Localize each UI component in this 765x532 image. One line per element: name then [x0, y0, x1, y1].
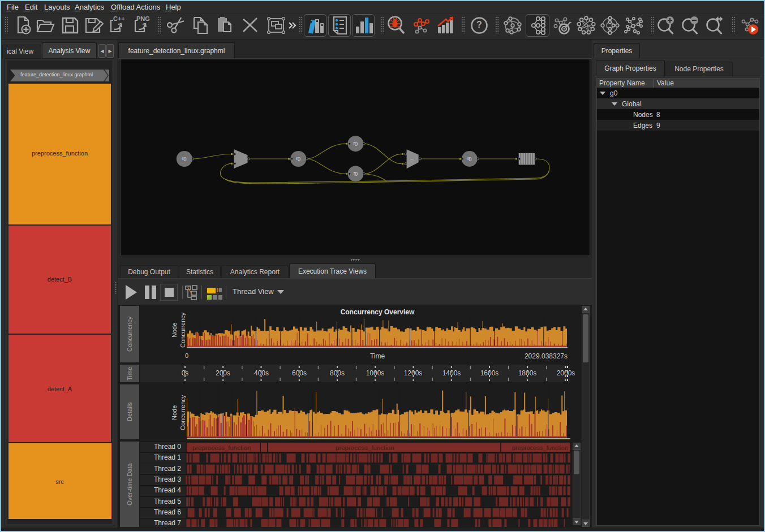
svg-text:preprocess_function: preprocess_function: [336, 444, 394, 451]
svg-text:preprocess_function: preprocess_function: [192, 444, 251, 451]
svg-text:preprocess_function: preprocess_function: [512, 444, 568, 451]
